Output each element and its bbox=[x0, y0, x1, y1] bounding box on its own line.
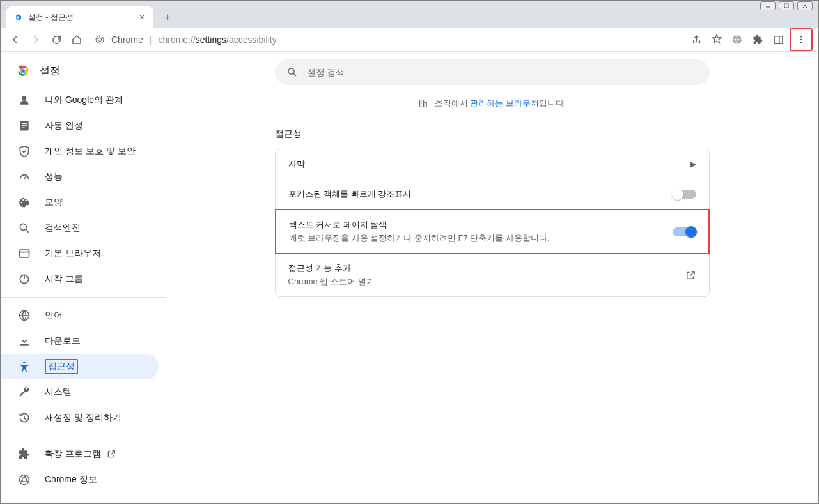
settings-search[interactable] bbox=[275, 59, 710, 85]
forward-button[interactable] bbox=[27, 31, 45, 49]
caret-toggle[interactable] bbox=[673, 227, 696, 236]
chrome-icon bbox=[95, 34, 105, 45]
omnibox[interactable]: Chrome | chrome://settings/accessibility bbox=[88, 31, 685, 49]
sidebar: 설정 나와 Google의 관계 자동 완성 개인 정보 보호 및 보안 성능 … bbox=[1, 52, 166, 503]
speedometer-icon bbox=[18, 171, 31, 183]
globe-icon[interactable] bbox=[728, 31, 746, 49]
row-captions[interactable]: 자막 ▶ bbox=[276, 149, 709, 179]
reload-button[interactable] bbox=[47, 31, 65, 49]
svg-rect-27 bbox=[20, 250, 29, 257]
new-tab-button[interactable]: + bbox=[159, 8, 176, 26]
sidebar-item-appearance[interactable]: 모양 bbox=[1, 190, 159, 215]
minimize-button[interactable] bbox=[760, 1, 776, 10]
svg-point-5 bbox=[98, 38, 101, 41]
sidebar-item-extensions[interactable]: 확장 프로그램 bbox=[1, 441, 159, 467]
sidebar-item-about[interactable]: Chrome 정보 bbox=[1, 467, 159, 493]
row-add-features[interactable]: 접근성 기능 추가 Chrome 웹 스토어 열기 bbox=[276, 254, 709, 296]
sidebar-item-accessibility[interactable]: 접근성 bbox=[1, 354, 159, 379]
bookmark-button[interactable] bbox=[708, 31, 726, 49]
svg-point-10 bbox=[800, 39, 802, 41]
external-icon bbox=[106, 449, 116, 459]
svg-line-26 bbox=[26, 230, 29, 233]
shield-icon bbox=[18, 145, 31, 158]
gear-icon bbox=[13, 12, 23, 22]
caret-title: 텍스트 커서로 페이지 탐색 bbox=[289, 219, 550, 231]
home-button[interactable] bbox=[68, 31, 86, 49]
sidepanel-button[interactable] bbox=[769, 31, 787, 49]
browser-icon bbox=[18, 247, 31, 260]
row-caret-browsing: 텍스트 커서로 페이지 탐색 캐럿 브라우징을 사용 설정하거나 중지하려면 F… bbox=[275, 209, 710, 254]
person-icon bbox=[18, 94, 31, 107]
sidebar-item-autofill[interactable]: 자동 완성 bbox=[1, 113, 159, 139]
globe-icon bbox=[18, 309, 31, 322]
maximize-button[interactable] bbox=[779, 1, 794, 10]
sidebar-item-system[interactable]: 시스템 bbox=[1, 379, 159, 405]
sidebar-item-default-browser[interactable]: 기본 브라우저 bbox=[1, 241, 159, 266]
sidebar-item-performance[interactable]: 성능 bbox=[1, 164, 159, 190]
svg-point-23 bbox=[22, 199, 24, 201]
add-title: 접근성 기능 추가 bbox=[288, 263, 375, 274]
sidebar-item-you-google[interactable]: 나와 Google의 관계 bbox=[1, 88, 159, 113]
settings-card: 자막 ▶ 포커스된 객체를 빠르게 강조표시 텍스트 커서로 페이지 탐색 캐럿… bbox=[275, 149, 710, 297]
share-button[interactable] bbox=[687, 31, 705, 49]
building-icon bbox=[418, 98, 428, 109]
settings-search-input[interactable] bbox=[307, 67, 698, 77]
svg-rect-18 bbox=[22, 123, 27, 124]
url-text: chrome://settings/accessibility bbox=[158, 34, 276, 45]
close-icon[interactable]: × bbox=[137, 12, 147, 22]
history-icon bbox=[18, 411, 31, 424]
close-button[interactable] bbox=[797, 1, 813, 10]
sidebar-item-language[interactable]: 언어 bbox=[1, 303, 159, 328]
external-icon bbox=[685, 270, 696, 281]
sidebar-item-search[interactable]: 검색엔진 bbox=[1, 215, 159, 241]
svg-rect-7 bbox=[774, 36, 783, 43]
tab-strip: 설정 - 접근성 × + bbox=[1, 1, 818, 28]
svg-point-32 bbox=[23, 362, 25, 363]
back-button[interactable] bbox=[6, 31, 24, 49]
tab-title: 설정 - 접근성 bbox=[28, 12, 74, 23]
section-title: 접근성 bbox=[275, 128, 710, 140]
svg-rect-38 bbox=[423, 103, 426, 107]
row-focus-highlight: 포커스된 객체를 빠르게 강조표시 bbox=[276, 179, 709, 210]
svg-point-24 bbox=[25, 199, 27, 201]
wrench-icon bbox=[18, 386, 31, 399]
svg-point-9 bbox=[800, 36, 802, 38]
caret-subtitle: 캐럿 브라우징을 사용 설정하거나 중지하려면 F7 단축키를 사용합니다. bbox=[289, 233, 550, 244]
svg-rect-19 bbox=[22, 125, 27, 126]
main-content: 조직에서 관리하는 브라우저입니다. 접근성 자막 ▶ 포커스된 객체를 빠르게… bbox=[166, 52, 818, 503]
svg-line-36 bbox=[293, 73, 296, 76]
menu-button-highlight bbox=[790, 28, 813, 51]
sidebar-item-reset[interactable]: 재설정 및 정리하기 bbox=[1, 405, 159, 431]
sidebar-title: 설정 bbox=[40, 65, 60, 78]
svg-point-35 bbox=[288, 68, 294, 74]
svg-point-33 bbox=[20, 475, 29, 485]
sidebar-item-startup[interactable]: 시작 그룹 bbox=[1, 266, 159, 292]
focus-toggle[interactable] bbox=[673, 190, 696, 199]
svg-point-25 bbox=[20, 224, 26, 230]
managed-link[interactable]: 관리하는 브라우저 bbox=[470, 98, 539, 108]
window-controls bbox=[760, 1, 813, 10]
svg-point-34 bbox=[22, 478, 27, 482]
sidebar-header: 설정 bbox=[1, 63, 166, 88]
menu-button[interactable] bbox=[792, 31, 810, 49]
svg-point-15 bbox=[22, 70, 25, 73]
palette-icon bbox=[18, 196, 31, 209]
search-icon bbox=[286, 66, 298, 78]
accessibility-highlight: 접근성 bbox=[45, 359, 78, 374]
autofill-icon bbox=[18, 119, 31, 132]
toolbar: Chrome | chrome://settings/accessibility bbox=[1, 28, 818, 52]
puzzle-icon bbox=[18, 448, 31, 461]
accessibility-icon bbox=[18, 360, 31, 373]
sidebar-item-privacy[interactable]: 개인 정보 보호 및 보안 bbox=[1, 139, 159, 164]
svg-point-11 bbox=[800, 42, 802, 43]
sidebar-item-downloads[interactable]: 다운로드 bbox=[1, 328, 159, 354]
extensions-button[interactable] bbox=[749, 31, 767, 49]
svg-rect-20 bbox=[22, 128, 25, 128]
svg-point-16 bbox=[22, 96, 27, 100]
chrome-logo-icon bbox=[15, 63, 31, 79]
chrome-small-icon bbox=[18, 473, 31, 486]
svg-rect-37 bbox=[419, 100, 423, 107]
download-icon bbox=[18, 335, 31, 347]
browser-tab[interactable]: 설정 - 접근성 × bbox=[6, 6, 153, 28]
svg-point-22 bbox=[21, 202, 23, 204]
